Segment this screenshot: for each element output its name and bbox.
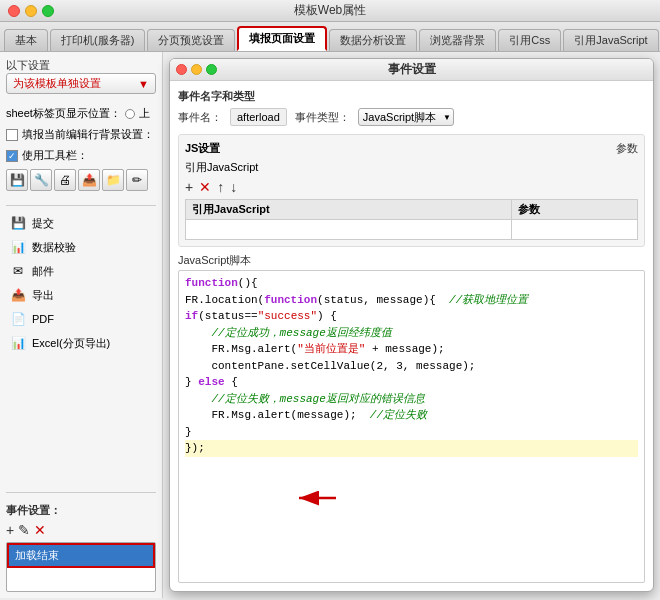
toolbar-icons-row: 💾 🔧 🖨 📤 📁 ✏ <box>6 169 156 191</box>
tab-browser-bg[interactable]: 浏览器背景 <box>419 29 496 51</box>
js-ref-label-row: 引用JavaScript <box>185 160 638 175</box>
submit-icon: 💾 <box>10 215 26 231</box>
sidebar-label-excel: Excel(分页导出) <box>32 336 110 351</box>
tab-css[interactable]: 引用Css <box>498 29 561 51</box>
window-title: 模板Web属性 <box>294 2 366 19</box>
fill-bg-checkbox[interactable] <box>6 129 18 141</box>
use-toolbar-label: 使用工具栏： <box>22 148 88 163</box>
js-ref-label: 引用JavaScript <box>185 160 258 175</box>
dialog-min-button[interactable] <box>191 64 202 75</box>
title-bar: 模板Web属性 <box>0 0 660 22</box>
right-panel: 事件设置 事件名字和类型 事件名： afterload 事件类型： JavaSc… <box>163 52 660 598</box>
settings-dropdown[interactable]: 为该模板单独设置 ▼ <box>6 73 156 94</box>
sheet-pos-radio[interactable] <box>125 109 135 119</box>
event-settings-dialog: 事件设置 事件名字和类型 事件名： afterload 事件类型： JavaSc… <box>169 58 654 592</box>
tab-printer[interactable]: 打印机(服务器) <box>50 29 145 51</box>
js-delete-button[interactable]: ✕ <box>199 179 211 195</box>
main-content: 以下设置 为该模板单独设置 ▼ sheet标签页显示位置： 上 填报当前编辑行背… <box>0 52 660 598</box>
sheet-pos-label: sheet标签页显示位置： <box>6 106 121 121</box>
divider-2 <box>6 492 156 493</box>
divider-1 <box>6 205 156 206</box>
minimize-button[interactable] <box>25 5 37 17</box>
settings-prefix: 以下设置 为该模板单独设置 ▼ <box>6 58 156 102</box>
sidebar-menu: 💾 提交 📊 数据校验 ✉ 邮件 📤 导出 📄 PDF 📊 Excel(分 <box>6 212 156 486</box>
event-type-select[interactable]: JavaScript脚本 <box>358 108 454 126</box>
tab-fill-page[interactable]: 填报页面设置 <box>237 26 327 51</box>
sidebar-label-mail: 邮件 <box>32 264 54 279</box>
sidebar-label-validate: 数据校验 <box>32 240 76 255</box>
validate-icon: 📊 <box>10 239 26 255</box>
js-add-button[interactable]: + <box>185 179 193 195</box>
event-delete-button[interactable]: ✕ <box>34 522 46 538</box>
code-line-3: //定位成功，message返回经纬度值 <box>185 325 638 342</box>
js-table-cell-ref <box>186 220 512 240</box>
event-section-title: 事件设置： <box>6 503 156 518</box>
code-line-5: contentPane.setCellValue(2, 3, message); <box>185 358 638 375</box>
js-up-button[interactable]: ↑ <box>217 179 224 195</box>
close-button[interactable] <box>8 5 20 17</box>
code-line-4: FR.Msg.alert("当前位置是" + message); <box>185 341 638 358</box>
code-line-10: }); <box>185 440 638 457</box>
traffic-lights <box>8 5 54 17</box>
js-section-title: JS设置 <box>185 141 220 156</box>
toolbar-save-icon[interactable]: 💾 <box>6 169 28 191</box>
toolbar-folder-icon[interactable]: 📁 <box>102 169 124 191</box>
sheet-pos-row: sheet标签页显示位置： 上 <box>6 106 156 121</box>
sidebar-item-validate[interactable]: 📊 数据校验 <box>6 236 156 258</box>
code-line-2: if(status=="success") { <box>185 308 638 325</box>
use-toolbar-row: 使用工具栏： <box>6 148 156 163</box>
tab-page-preview[interactable]: 分页预览设置 <box>147 29 235 51</box>
event-list-item-load-end[interactable]: 加载结束 <box>7 543 155 568</box>
dialog-title: 事件设置 <box>388 61 436 78</box>
script-section-label: JavaScript脚本 <box>178 253 645 268</box>
event-type-label: 事件类型： <box>295 110 350 125</box>
sidebar-item-excel[interactable]: 📊 Excel(分页导出) <box>6 332 156 354</box>
toolbar-tool-icon[interactable]: 🔧 <box>30 169 52 191</box>
dialog-traffic-lights <box>176 64 217 75</box>
js-section-header: JS设置 参数 <box>185 141 638 156</box>
excel-icon: 📊 <box>10 335 26 351</box>
code-area[interactable]: function(){ FR.location(function(status,… <box>178 270 645 583</box>
sidebar-item-submit[interactable]: 💾 提交 <box>6 212 156 234</box>
sidebar-label-submit: 提交 <box>32 216 54 231</box>
tab-bar: 基本 打印机(服务器) 分页预览设置 填报页面设置 数据分析设置 浏览器背景 引… <box>0 22 660 52</box>
use-toolbar-checkbox[interactable] <box>6 150 18 162</box>
dialog-close-button[interactable] <box>176 64 187 75</box>
event-add-button[interactable]: + <box>6 522 14 538</box>
dialog-body: 事件名字和类型 事件名： afterload 事件类型： JavaScript脚… <box>170 81 653 591</box>
toolbar-edit-icon[interactable]: ✏ <box>126 169 148 191</box>
sidebar-item-export[interactable]: 📤 导出 <box>6 284 156 306</box>
js-down-button[interactable]: ↓ <box>230 179 237 195</box>
tab-js[interactable]: 引用JavaScript <box>563 29 658 51</box>
event-name-section-header: 事件名字和类型 <box>178 89 645 104</box>
event-toolbar: + ✎ ✕ <box>6 522 156 538</box>
tab-data-analysis[interactable]: 数据分析设置 <box>329 29 417 51</box>
js-table: 引用JavaScript 参数 <box>185 199 638 240</box>
event-name-value: afterload <box>230 108 287 126</box>
event-name-label: 事件名： <box>178 110 222 125</box>
code-line-0: function(){ <box>185 275 638 292</box>
toolbar-export-icon[interactable]: 📤 <box>78 169 100 191</box>
dialog-title-bar: 事件设置 <box>170 59 653 81</box>
code-line-7: //定位失败，message返回对应的错误信息 <box>185 391 638 408</box>
toolbar-print-icon[interactable]: 🖨 <box>54 169 76 191</box>
js-table-cell-params <box>512 220 638 240</box>
mail-icon: ✉ <box>10 263 26 279</box>
js-toolbar: + ✕ ↑ ↓ <box>185 179 638 195</box>
js-settings-section: JS设置 参数 引用JavaScript + ✕ ↑ ↓ <box>178 134 645 247</box>
tab-basic[interactable]: 基本 <box>4 29 48 51</box>
event-type-select-wrapper[interactable]: JavaScript脚本 <box>358 108 454 126</box>
dialog-max-button[interactable] <box>206 64 217 75</box>
sidebar-item-pdf[interactable]: 📄 PDF <box>6 308 156 330</box>
dropdown-arrow-icon: ▼ <box>138 78 149 90</box>
sidebar-item-mail[interactable]: ✉ 邮件 <box>6 260 156 282</box>
js-col-ref: 引用JavaScript <box>186 200 512 220</box>
left-panel: 以下设置 为该模板单独设置 ▼ sheet标签页显示位置： 上 填报当前编辑行背… <box>0 52 163 598</box>
event-name-row: 事件名： afterload 事件类型： JavaScript脚本 <box>178 108 645 126</box>
script-section: JavaScript脚本 function(){ FR.location(fun… <box>178 253 645 583</box>
event-list[interactable]: 加载结束 <box>6 542 156 592</box>
js-col-params: 参数 <box>512 200 638 220</box>
event-edit-button[interactable]: ✎ <box>18 522 30 538</box>
export-icon: 📤 <box>10 287 26 303</box>
maximize-button[interactable] <box>42 5 54 17</box>
